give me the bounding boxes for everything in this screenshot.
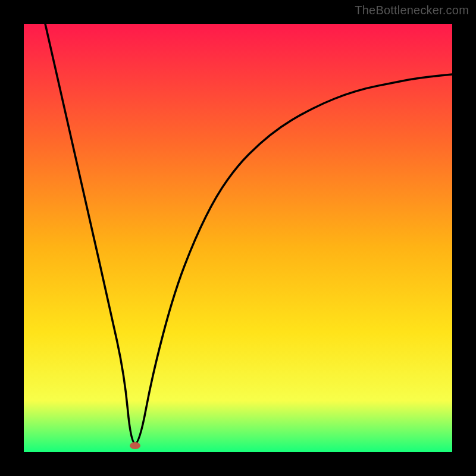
bottleneck-curve-line xyxy=(45,24,452,444)
plot-area xyxy=(24,24,452,452)
gradient-background xyxy=(24,24,452,452)
chart-frame: TheBottlenecker.com xyxy=(0,0,476,476)
attribution-text: TheBottlenecker.com xyxy=(355,4,469,17)
gradient-rect xyxy=(24,24,452,452)
minimum-marker xyxy=(130,442,140,449)
